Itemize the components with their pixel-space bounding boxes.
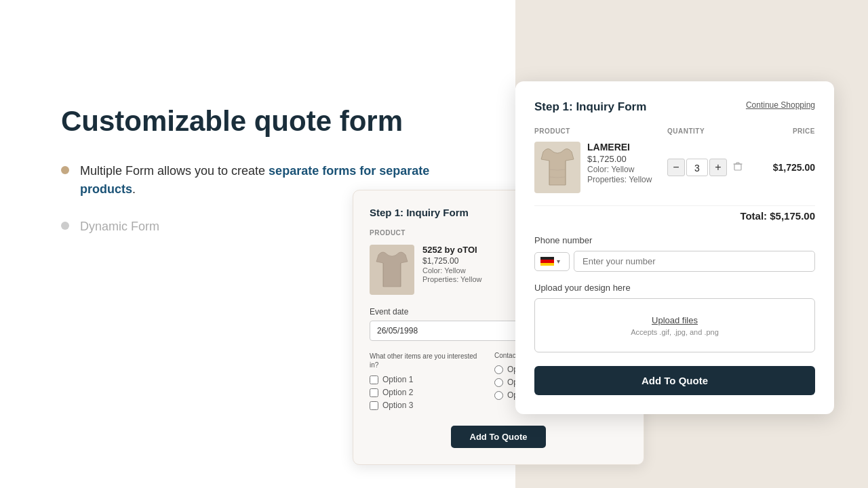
- product-details: LAMEREI $1,725.00 Color: Yellow Properti…: [587, 142, 652, 184]
- radio-1[interactable]: [494, 365, 503, 374]
- line-price: $1,725.00: [754, 162, 815, 173]
- column-headers: PRODUCT QUANTITY PRICE: [534, 127, 815, 135]
- col-header-price: PRICE: [754, 127, 815, 135]
- continue-shopping-link[interactable]: Continue Shopping: [746, 100, 815, 110]
- trash-icon: [732, 161, 743, 171]
- checkbox-group-1-label: What other items are you interested in?: [370, 352, 478, 369]
- bullet-text-2: Dynamic Form: [80, 218, 159, 236]
- bullet-dot-2: [61, 222, 69, 230]
- add-to-quote-button[interactable]: Add To Quote: [534, 366, 815, 395]
- upload-dropzone[interactable]: Upload files Accepts .gif, .jpg, and .pn…: [534, 298, 815, 352]
- checkbox-label-1: Option 1: [382, 375, 413, 384]
- quantity-decrease-button[interactable]: −: [667, 159, 685, 176]
- total-row: Total: $5,175.00: [534, 205, 815, 222]
- product-thumbnail: [534, 142, 580, 193]
- sweater-icon-back: [375, 249, 409, 290]
- form-back-product-name: 5252 by oTOI: [422, 245, 481, 255]
- country-code-selector[interactable]: ▾: [534, 252, 570, 271]
- form-back-product-price: $1,725.00: [422, 256, 481, 266]
- checkbox-option-2[interactable]: Option 2: [370, 388, 478, 397]
- form-card-front: Step 1: Inquiry Form Continue Shopping P…: [515, 81, 834, 414]
- form-back-product-img: [370, 245, 414, 295]
- country-selector-caret: ▾: [557, 258, 560, 265]
- form-header: Step 1: Inquiry Form Continue Shopping: [534, 100, 815, 114]
- product-info-cell: LAMEREI $1,725.00 Color: Yellow Properti…: [534, 142, 662, 193]
- product-color: Color: Yellow: [587, 165, 652, 174]
- front-form-title: Step 1: Inquiry Form: [534, 100, 646, 114]
- svg-rect-0: [734, 164, 741, 170]
- phone-number-input[interactable]: [574, 251, 815, 272]
- product-row: LAMEREI $1,725.00 Color: Yellow Properti…: [534, 142, 815, 193]
- quantity-value: 3: [686, 159, 708, 176]
- sweater-icon: [540, 146, 575, 189]
- upload-accepts-text: Accepts .gif, .jpg, and .png: [631, 328, 719, 336]
- quantity-increase-button[interactable]: +: [709, 159, 727, 176]
- bullet-dot-1: [61, 166, 69, 174]
- upload-section: Upload your design here Upload files Acc…: [534, 283, 815, 352]
- upload-files-button[interactable]: Upload files: [652, 315, 698, 325]
- german-flag-icon: [540, 257, 554, 266]
- flag-stripe-gold: [540, 263, 554, 266]
- checkbox-label-3: Option 3: [382, 401, 413, 410]
- back-form-add-to-quote-button[interactable]: Add To Quote: [451, 426, 547, 448]
- upload-section-label: Upload your design here: [534, 283, 815, 293]
- col-header-quantity: QUANTITY: [667, 127, 749, 135]
- product-properties: Properties: Yellow: [587, 175, 652, 184]
- product-name: LAMEREI: [587, 142, 652, 152]
- form-back-product-info: 5252 by oTOI $1,725.00 Color: Yellow Pro…: [422, 245, 481, 283]
- form-back-product-properties: Properties: Yellow: [422, 275, 481, 283]
- phone-section: Phone number ▾: [534, 235, 815, 272]
- checkbox-3[interactable]: [370, 401, 378, 410]
- checkbox-option-3[interactable]: Option 3: [370, 401, 478, 410]
- quantity-cell: − 3 +: [667, 159, 749, 176]
- delete-product-button[interactable]: [732, 161, 743, 175]
- radio-2[interactable]: [494, 378, 503, 387]
- product-price: $1,725.00: [587, 154, 652, 164]
- main-heading: Customizable quote form: [61, 105, 441, 138]
- checkbox-group-1: What other items are you interested in? …: [370, 352, 478, 413]
- phone-input-row: ▾: [534, 251, 815, 272]
- checkbox-option-1[interactable]: Option 1: [370, 375, 478, 384]
- checkbox-1[interactable]: [370, 375, 378, 384]
- form-back-product-color: Color: Yellow: [422, 266, 481, 274]
- phone-section-label: Phone number: [534, 235, 815, 245]
- col-header-product: PRODUCT: [534, 127, 662, 135]
- checkbox-label-2: Option 2: [382, 388, 413, 397]
- checkbox-2[interactable]: [370, 388, 378, 397]
- radio-3[interactable]: [494, 391, 503, 400]
